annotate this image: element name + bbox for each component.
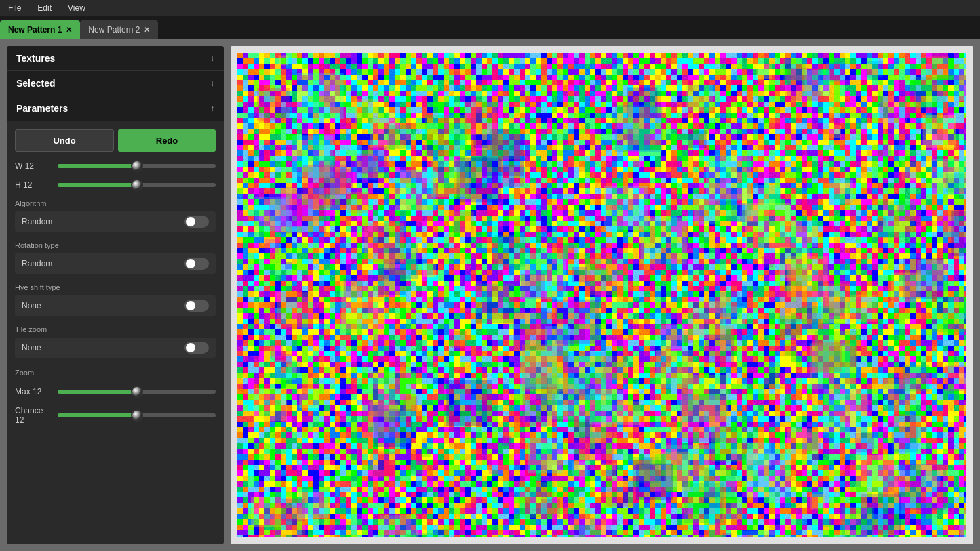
textures-section-header[interactable]: Textures ↓ [7, 46, 224, 71]
hye-shift-toggle-label: None [22, 301, 41, 310]
redo-button[interactable]: Redo [118, 129, 216, 152]
undo-button[interactable]: Undo [15, 129, 114, 152]
max-slider-thumb[interactable] [131, 386, 143, 398]
canvas-container [237, 53, 966, 537]
algorithm-toggle-knob [186, 217, 195, 226]
algorithm-group: Algorithm Random [15, 199, 216, 232]
tile-zoom-toggle-row: None [15, 338, 216, 358]
parameters-arrow-icon: ↑ [210, 104, 214, 113]
menu-view[interactable]: View [65, 2, 88, 14]
rotation-section-label: Rotation type [15, 241, 216, 249]
tile-zoom-toggle-switch[interactable] [184, 342, 209, 354]
hye-shift-section-label: Hye shift type [15, 283, 216, 291]
algorithm-section-label: Algorithm [15, 199, 216, 207]
h-slider-row: H 12 [15, 180, 216, 190]
tab-label-2: New Pattern 2 [88, 25, 140, 35]
algorithm-toggle-switch[interactable] [184, 216, 209, 228]
menu-edit[interactable]: Edit [35, 2, 54, 14]
tab-pattern-2[interactable]: New Pattern 2 ✕ [80, 20, 158, 39]
max-slider-track[interactable] [58, 390, 216, 394]
w-slider-row: W 12 [15, 161, 216, 171]
parameters-label: Parameters [16, 103, 68, 114]
w-slider-thumb[interactable] [131, 160, 143, 172]
tab-close-1[interactable]: ✕ [66, 26, 72, 35]
hye-shift-toggle-row: None [15, 295, 216, 316]
chance-slider-label: Chance 12 [15, 406, 52, 425]
tab-pattern-1[interactable]: New Pattern 1 ✕ [0, 20, 80, 39]
tile-zoom-toggle-knob [186, 343, 195, 352]
selected-section-header[interactable]: Selected ↓ [7, 71, 224, 96]
rotation-toggle-switch[interactable] [184, 258, 209, 270]
rotation-toggle-label: Random [22, 259, 52, 268]
selected-label: Selected [16, 78, 56, 89]
w-slider-label: W 12 [15, 161, 52, 171]
rotation-toggle-knob [186, 259, 195, 268]
left-panel: Textures ↓ Selected ↓ Parameters ↑ Undo … [7, 46, 224, 544]
algorithm-toggle-label: Random [22, 217, 52, 226]
chance-slider-thumb[interactable] [131, 409, 143, 422]
pattern-canvas [237, 53, 966, 537]
rotation-toggle-row: Random [15, 253, 216, 274]
parameters-body: Undo Redo W 12 H 12 Al [7, 121, 224, 544]
w-slider-track[interactable] [58, 164, 216, 168]
parameters-section-header[interactable]: Parameters ↑ [7, 96, 224, 121]
tile-zoom-toggle-label: None [22, 343, 41, 352]
max-slider-row: Max 12 [15, 387, 216, 396]
chance-slider-fill [58, 413, 137, 417]
hye-shift-toggle-switch[interactable] [184, 300, 209, 312]
rotation-group: Rotation type Random [15, 241, 216, 274]
tile-zoom-group: Tile zoom None [15, 325, 216, 358]
textures-arrow-icon: ↓ [210, 54, 214, 63]
menu-file[interactable]: File [5, 2, 24, 14]
hye-shift-group: Hye shift type None [15, 283, 216, 316]
right-canvas-area [231, 46, 973, 544]
hye-shift-toggle-knob [186, 301, 195, 310]
tab-bar: New Pattern 1 ✕ New Pattern 2 ✕ [0, 16, 980, 39]
chance-slider-track[interactable] [58, 413, 216, 417]
selected-arrow-icon: ↓ [210, 79, 214, 88]
h-slider-fill [58, 183, 137, 187]
undo-redo-row: Undo Redo [15, 129, 216, 152]
zoom-section-label: Zoom [15, 369, 34, 377]
menu-bar: File Edit View [0, 0, 980, 16]
max-slider-label: Max 12 [15, 387, 52, 396]
tile-zoom-section-label: Tile zoom [15, 325, 216, 333]
h-slider-label: H 12 [15, 180, 52, 190]
h-slider-thumb[interactable] [131, 179, 143, 191]
max-slider-fill [58, 390, 137, 394]
chance-slider-row: Chance 12 [15, 406, 216, 425]
h-slider-track[interactable] [58, 183, 216, 187]
w-slider-fill [58, 164, 137, 168]
main-layout: Textures ↓ Selected ↓ Parameters ↑ Undo … [0, 39, 980, 551]
tab-close-2[interactable]: ✕ [144, 26, 150, 35]
textures-label: Textures [16, 53, 55, 64]
algorithm-toggle-row: Random [15, 211, 216, 232]
tab-label-1: New Pattern 1 [8, 25, 62, 35]
zoom-section: Zoom [15, 367, 216, 377]
